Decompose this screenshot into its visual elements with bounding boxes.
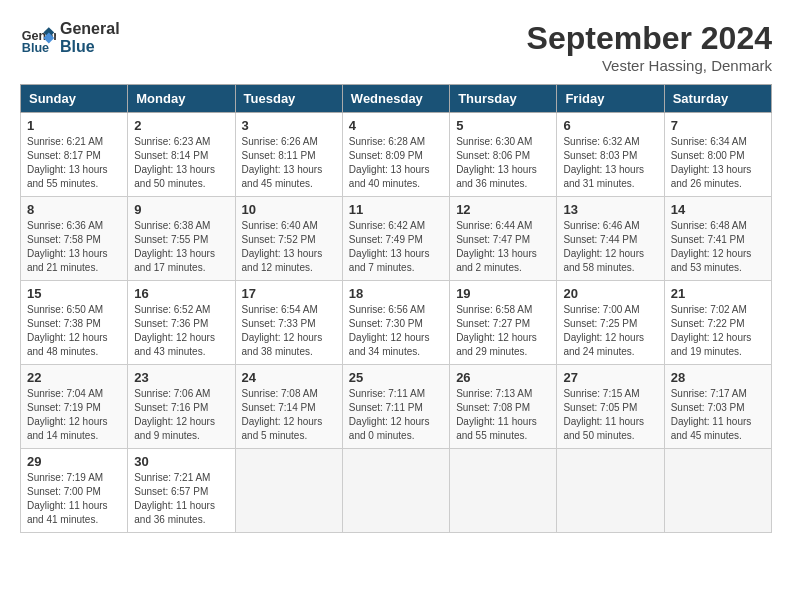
day-number: 17: [242, 286, 336, 301]
calendar-cell: [664, 449, 771, 533]
day-number: 25: [349, 370, 443, 385]
day-number: 4: [349, 118, 443, 133]
day-info: Sunrise: 6:52 AM Sunset: 7:36 PM Dayligh…: [134, 303, 228, 359]
calendar-cell: 27 Sunrise: 7:15 AM Sunset: 7:05 PM Dayl…: [557, 365, 664, 449]
calendar-table: SundayMondayTuesdayWednesdayThursdayFrid…: [20, 84, 772, 533]
calendar-cell: 7 Sunrise: 6:34 AM Sunset: 8:00 PM Dayli…: [664, 113, 771, 197]
day-info: Sunrise: 7:06 AM Sunset: 7:16 PM Dayligh…: [134, 387, 228, 443]
calendar-cell: 8 Sunrise: 6:36 AM Sunset: 7:58 PM Dayli…: [21, 197, 128, 281]
day-number: 9: [134, 202, 228, 217]
day-number: 19: [456, 286, 550, 301]
day-info: Sunrise: 7:17 AM Sunset: 7:03 PM Dayligh…: [671, 387, 765, 443]
calendar-cell: 6 Sunrise: 6:32 AM Sunset: 8:03 PM Dayli…: [557, 113, 664, 197]
day-info: Sunrise: 6:58 AM Sunset: 7:27 PM Dayligh…: [456, 303, 550, 359]
day-info: Sunrise: 7:08 AM Sunset: 7:14 PM Dayligh…: [242, 387, 336, 443]
day-info: Sunrise: 7:04 AM Sunset: 7:19 PM Dayligh…: [27, 387, 121, 443]
calendar-cell: 24 Sunrise: 7:08 AM Sunset: 7:14 PM Dayl…: [235, 365, 342, 449]
day-number: 3: [242, 118, 336, 133]
day-info: Sunrise: 7:15 AM Sunset: 7:05 PM Dayligh…: [563, 387, 657, 443]
location-subtitle: Vester Hassing, Denmark: [527, 57, 772, 74]
day-info: Sunrise: 6:50 AM Sunset: 7:38 PM Dayligh…: [27, 303, 121, 359]
day-info: Sunrise: 6:44 AM Sunset: 7:47 PM Dayligh…: [456, 219, 550, 275]
logo-general: General: [60, 20, 120, 38]
day-info: Sunrise: 6:48 AM Sunset: 7:41 PM Dayligh…: [671, 219, 765, 275]
calendar-cell: 9 Sunrise: 6:38 AM Sunset: 7:55 PM Dayli…: [128, 197, 235, 281]
day-info: Sunrise: 6:32 AM Sunset: 8:03 PM Dayligh…: [563, 135, 657, 191]
day-info: Sunrise: 6:34 AM Sunset: 8:00 PM Dayligh…: [671, 135, 765, 191]
day-number: 30: [134, 454, 228, 469]
day-info: Sunrise: 7:00 AM Sunset: 7:25 PM Dayligh…: [563, 303, 657, 359]
calendar-cell: 21 Sunrise: 7:02 AM Sunset: 7:22 PM Dayl…: [664, 281, 771, 365]
day-of-week-header: Thursday: [450, 85, 557, 113]
day-number: 12: [456, 202, 550, 217]
day-info: Sunrise: 6:54 AM Sunset: 7:33 PM Dayligh…: [242, 303, 336, 359]
calendar-cell: 1 Sunrise: 6:21 AM Sunset: 8:17 PM Dayli…: [21, 113, 128, 197]
calendar-header-row: SundayMondayTuesdayWednesdayThursdayFrid…: [21, 85, 772, 113]
day-info: Sunrise: 6:42 AM Sunset: 7:49 PM Dayligh…: [349, 219, 443, 275]
day-info: Sunrise: 7:19 AM Sunset: 7:00 PM Dayligh…: [27, 471, 121, 527]
calendar-cell: 16 Sunrise: 6:52 AM Sunset: 7:36 PM Dayl…: [128, 281, 235, 365]
day-number: 22: [27, 370, 121, 385]
calendar-week-row: 8 Sunrise: 6:36 AM Sunset: 7:58 PM Dayli…: [21, 197, 772, 281]
day-number: 15: [27, 286, 121, 301]
day-of-week-header: Friday: [557, 85, 664, 113]
day-number: 16: [134, 286, 228, 301]
day-info: Sunrise: 7:21 AM Sunset: 6:57 PM Dayligh…: [134, 471, 228, 527]
day-number: 1: [27, 118, 121, 133]
day-number: 27: [563, 370, 657, 385]
calendar-cell: 15 Sunrise: 6:50 AM Sunset: 7:38 PM Dayl…: [21, 281, 128, 365]
title-area: September 2024 Vester Hassing, Denmark: [527, 20, 772, 74]
header: General Blue General Blue September 2024…: [20, 20, 772, 74]
day-of-week-header: Sunday: [21, 85, 128, 113]
day-of-week-header: Saturday: [664, 85, 771, 113]
calendar-cell: 26 Sunrise: 7:13 AM Sunset: 7:08 PM Dayl…: [450, 365, 557, 449]
day-number: 26: [456, 370, 550, 385]
day-number: 13: [563, 202, 657, 217]
calendar-cell: [450, 449, 557, 533]
calendar-cell: 5 Sunrise: 6:30 AM Sunset: 8:06 PM Dayli…: [450, 113, 557, 197]
day-number: 20: [563, 286, 657, 301]
calendar-cell: 19 Sunrise: 6:58 AM Sunset: 7:27 PM Dayl…: [450, 281, 557, 365]
day-info: Sunrise: 7:13 AM Sunset: 7:08 PM Dayligh…: [456, 387, 550, 443]
day-number: 18: [349, 286, 443, 301]
calendar-cell: 22 Sunrise: 7:04 AM Sunset: 7:19 PM Dayl…: [21, 365, 128, 449]
day-of-week-header: Monday: [128, 85, 235, 113]
calendar-cell: 28 Sunrise: 7:17 AM Sunset: 7:03 PM Dayl…: [664, 365, 771, 449]
day-number: 7: [671, 118, 765, 133]
day-info: Sunrise: 6:28 AM Sunset: 8:09 PM Dayligh…: [349, 135, 443, 191]
calendar-cell: 11 Sunrise: 6:42 AM Sunset: 7:49 PM Dayl…: [342, 197, 449, 281]
calendar-cell: 10 Sunrise: 6:40 AM Sunset: 7:52 PM Dayl…: [235, 197, 342, 281]
month-title: September 2024: [527, 20, 772, 57]
calendar-cell: [557, 449, 664, 533]
calendar-cell: 13 Sunrise: 6:46 AM Sunset: 7:44 PM Dayl…: [557, 197, 664, 281]
calendar-cell: 18 Sunrise: 6:56 AM Sunset: 7:30 PM Dayl…: [342, 281, 449, 365]
day-info: Sunrise: 6:23 AM Sunset: 8:14 PM Dayligh…: [134, 135, 228, 191]
calendar-week-row: 15 Sunrise: 6:50 AM Sunset: 7:38 PM Dayl…: [21, 281, 772, 365]
day-info: Sunrise: 6:36 AM Sunset: 7:58 PM Dayligh…: [27, 219, 121, 275]
calendar-cell: 23 Sunrise: 7:06 AM Sunset: 7:16 PM Dayl…: [128, 365, 235, 449]
day-info: Sunrise: 7:02 AM Sunset: 7:22 PM Dayligh…: [671, 303, 765, 359]
day-info: Sunrise: 6:26 AM Sunset: 8:11 PM Dayligh…: [242, 135, 336, 191]
svg-text:Blue: Blue: [22, 41, 49, 55]
calendar-cell: 12 Sunrise: 6:44 AM Sunset: 7:47 PM Dayl…: [450, 197, 557, 281]
calendar-cell: 2 Sunrise: 6:23 AM Sunset: 8:14 PM Dayli…: [128, 113, 235, 197]
day-number: 10: [242, 202, 336, 217]
day-of-week-header: Wednesday: [342, 85, 449, 113]
calendar-cell: [342, 449, 449, 533]
calendar-week-row: 29 Sunrise: 7:19 AM Sunset: 7:00 PM Dayl…: [21, 449, 772, 533]
calendar-cell: 3 Sunrise: 6:26 AM Sunset: 8:11 PM Dayli…: [235, 113, 342, 197]
day-of-week-header: Tuesday: [235, 85, 342, 113]
calendar-week-row: 22 Sunrise: 7:04 AM Sunset: 7:19 PM Dayl…: [21, 365, 772, 449]
calendar-cell: 29 Sunrise: 7:19 AM Sunset: 7:00 PM Dayl…: [21, 449, 128, 533]
logo: General Blue General Blue: [20, 20, 120, 56]
day-info: Sunrise: 6:46 AM Sunset: 7:44 PM Dayligh…: [563, 219, 657, 275]
day-number: 11: [349, 202, 443, 217]
day-number: 28: [671, 370, 765, 385]
day-info: Sunrise: 7:11 AM Sunset: 7:11 PM Dayligh…: [349, 387, 443, 443]
calendar-cell: 30 Sunrise: 7:21 AM Sunset: 6:57 PM Dayl…: [128, 449, 235, 533]
day-number: 29: [27, 454, 121, 469]
day-info: Sunrise: 6:40 AM Sunset: 7:52 PM Dayligh…: [242, 219, 336, 275]
day-number: 6: [563, 118, 657, 133]
calendar-cell: 14 Sunrise: 6:48 AM Sunset: 7:41 PM Dayl…: [664, 197, 771, 281]
day-number: 21: [671, 286, 765, 301]
